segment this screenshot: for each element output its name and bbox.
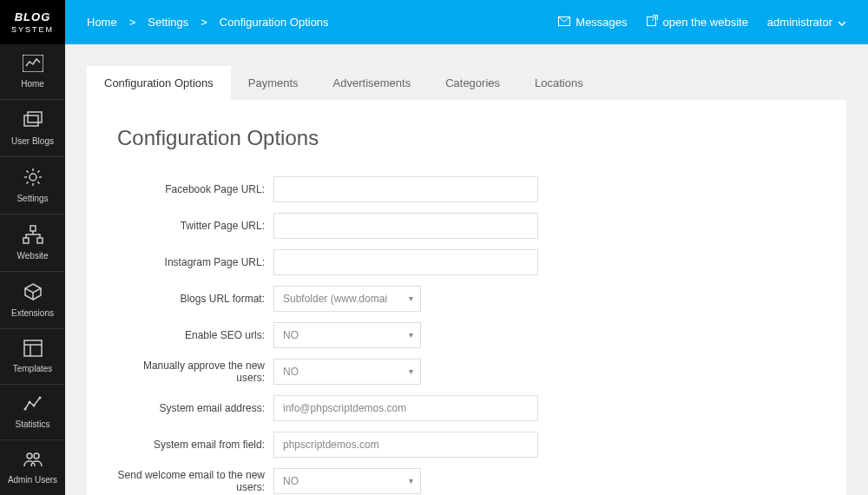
tab-locations[interactable]: Locations — [517, 66, 601, 100]
messages-label: Messages — [575, 16, 627, 29]
logo: BLOG SYSTEM — [0, 0, 65, 44]
enable-seo-label: Enable SEO urls: — [117, 329, 273, 341]
topbar: Home > Settings > Configuration Options … — [65, 0, 868, 44]
blogs-url-format-select[interactable]: Subfolder (www.domai — [273, 286, 421, 312]
sidebar-item-label: Extensions — [0, 308, 65, 318]
stats-icon — [0, 395, 65, 414]
sidebar-item-statistics[interactable]: Statistics — [0, 385, 65, 440]
sidebar-item-templates[interactable]: Templates — [0, 329, 65, 385]
system-email-from-input[interactable] — [273, 432, 538, 458]
svg-point-3 — [30, 174, 36, 181]
chart-icon — [0, 55, 65, 74]
sidebar-item-settings[interactable]: Settings — [0, 157, 65, 214]
svg-line-8 — [26, 171, 28, 173]
user-label: administrator — [767, 16, 832, 29]
sidebar-item-label: User Blogs — [0, 136, 65, 146]
sidebar-item-label: Settings — [0, 194, 65, 203]
chevron-down-icon — [838, 16, 846, 29]
svg-rect-2 — [28, 112, 42, 122]
sidebar-item-label: Website — [0, 251, 65, 261]
panel: Configuration Options Facebook Page URL:… — [87, 100, 846, 495]
svg-rect-12 — [30, 226, 36, 231]
breadcrumb-settings[interactable]: Settings — [148, 16, 188, 29]
layers-icon — [0, 110, 65, 131]
sidebar-item-extensions[interactable]: Extensions — [0, 272, 65, 329]
svg-point-19 — [28, 401, 30, 404]
twitter-url-input[interactable] — [273, 213, 538, 239]
approve-users-label: Manually approve the new users: — [117, 360, 273, 384]
facebook-url-label: Facebook Page URL: — [117, 183, 273, 195]
approve-users-select[interactable]: NO — [273, 359, 421, 385]
enable-seo-select[interactable]: NO — [273, 322, 421, 348]
welcome-email-label: Send welcome email to the new users: — [117, 469, 273, 493]
twitter-url-label: Twitter Page URL: — [117, 220, 273, 232]
page-title: Configuration Options — [117, 126, 816, 150]
template-icon — [0, 340, 65, 359]
svg-point-20 — [32, 405, 35, 407]
system-email-from-label: System email from field: — [117, 439, 273, 451]
svg-rect-1 — [24, 116, 38, 126]
breadcrumb-sep: > — [129, 16, 136, 29]
tab-categories[interactable]: Categories — [428, 66, 517, 100]
gear-icon — [0, 168, 65, 188]
svg-line-9 — [37, 182, 39, 183]
facebook-url-input[interactable] — [273, 176, 538, 202]
tabs: Configuration Options Payments Advertise… — [87, 66, 846, 100]
system-email-input[interactable] — [273, 395, 538, 421]
external-link-icon — [647, 15, 658, 29]
breadcrumb-current: Configuration Options — [220, 16, 329, 29]
users-icon — [0, 451, 65, 470]
svg-point-21 — [38, 397, 41, 399]
svg-rect-13 — [23, 238, 29, 243]
tab-configuration-options[interactable]: Configuration Options — [87, 66, 231, 100]
svg-point-22 — [27, 453, 32, 459]
svg-line-11 — [37, 171, 39, 173]
message-icon — [558, 16, 570, 29]
breadcrumb-sep: > — [201, 16, 207, 29]
svg-point-23 — [34, 453, 39, 459]
sidebar-item-label: Home — [0, 79, 65, 89]
welcome-email-select[interactable]: NO — [273, 468, 421, 494]
instagram-url-label: Instagram Page URL: — [117, 256, 273, 268]
tab-payments[interactable]: Payments — [231, 66, 316, 100]
tab-advertisements[interactable]: Advertisements — [316, 66, 429, 100]
svg-rect-15 — [24, 340, 42, 356]
user-menu[interactable]: administrator — [767, 16, 846, 29]
breadcrumb-home[interactable]: Home — [87, 16, 117, 29]
sidebar-item-home[interactable]: Home — [0, 44, 65, 100]
blogs-url-format-label: Blogs URL format: — [117, 293, 273, 305]
sidebar-item-label: Admin Users — [0, 475, 65, 485]
box-icon — [0, 282, 65, 303]
open-website-link[interactable]: open the website — [647, 15, 748, 29]
open-website-label: open the website — [663, 16, 748, 29]
system-email-label: System email address: — [117, 402, 273, 414]
logo-line1: BLOG — [0, 10, 65, 23]
messages-link[interactable]: Messages — [558, 16, 627, 29]
instagram-url-input[interactable] — [273, 249, 538, 275]
breadcrumb: Home > Settings > Configuration Options — [87, 16, 558, 29]
sitemap-icon — [0, 225, 65, 246]
svg-point-18 — [23, 408, 26, 411]
sidebar-item-user-blogs[interactable]: User Blogs — [0, 100, 65, 157]
sidebar: BLOG SYSTEM Home User Blogs Settings — [0, 0, 65, 495]
sidebar-item-admin-users[interactable]: Admin Users — [0, 440, 65, 495]
svg-rect-14 — [37, 238, 43, 243]
sidebar-item-label: Statistics — [0, 419, 65, 429]
sidebar-item-website[interactable]: Website — [0, 214, 65, 272]
sidebar-item-label: Templates — [0, 364, 65, 373]
svg-line-10 — [26, 182, 28, 183]
logo-line2: SYSTEM — [0, 25, 65, 34]
